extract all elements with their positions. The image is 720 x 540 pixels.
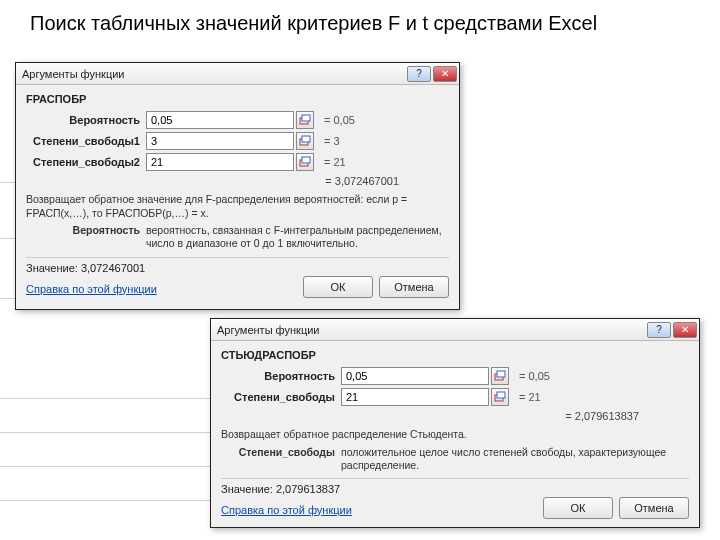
- arg-label: Степени_свободы2: [26, 156, 146, 168]
- arg-input-df[interactable]: [341, 388, 489, 406]
- cancel-button[interactable]: Отмена: [619, 497, 689, 519]
- arg-description-text: положительное целое число степеней свобо…: [341, 446, 689, 472]
- arg-row: Вероятность = 0,05: [221, 367, 689, 385]
- arg-input-df2[interactable]: [146, 153, 294, 171]
- function-name: FРАСПОБР: [26, 93, 449, 105]
- svg-rect-1: [302, 115, 310, 121]
- arg-eval: = 0,05: [519, 370, 550, 382]
- result-preview: = 3,072467001: [26, 175, 449, 187]
- arg-input-probability[interactable]: [341, 367, 489, 385]
- result-line: Значение: 3,072467001: [26, 262, 449, 274]
- arg-description-label: Степени_свободы: [221, 446, 341, 472]
- help-link[interactable]: Справка по этой функции: [26, 283, 157, 295]
- arg-description: Вероятность вероятность, связанная с F-и…: [26, 224, 449, 250]
- arg-label: Степени_свободы: [221, 391, 341, 403]
- arg-description-label: Вероятность: [26, 224, 146, 250]
- arg-eval: = 3: [324, 135, 340, 147]
- titlebar: Аргументы функции ? ✕: [16, 63, 459, 85]
- arg-eval: = 21: [324, 156, 346, 168]
- result-preview: = 2,079613837: [221, 410, 689, 422]
- function-name: СТЬЮДРАСПОБР: [221, 349, 689, 361]
- arg-row: Степени_свободы1 = 3: [26, 132, 449, 150]
- close-icon[interactable]: ✕: [673, 322, 697, 338]
- dialog-title: Аргументы функции: [22, 68, 125, 80]
- slide-title: Поиск табличных значений критериев F и t…: [30, 12, 597, 35]
- arg-label: Вероятность: [221, 370, 341, 382]
- arg-description-text: вероятность, связанная с F-интегральным …: [146, 224, 449, 250]
- range-picker-icon[interactable]: [491, 367, 509, 385]
- help-link[interactable]: Справка по этой функции: [221, 504, 352, 516]
- svg-rect-3: [302, 136, 310, 142]
- help-icon[interactable]: ?: [647, 322, 671, 338]
- range-picker-icon[interactable]: [296, 153, 314, 171]
- arg-eval: = 21: [519, 391, 541, 403]
- svg-rect-5: [302, 157, 310, 163]
- cancel-button[interactable]: Отмена: [379, 276, 449, 298]
- svg-rect-7: [497, 371, 505, 377]
- function-args-dialog-f: Аргументы функции ? ✕ FРАСПОБР Вероятнос…: [15, 62, 460, 310]
- arg-label: Вероятность: [26, 114, 146, 126]
- arg-label: Степени_свободы1: [26, 135, 146, 147]
- dialog-title: Аргументы функции: [217, 324, 320, 336]
- ok-button[interactable]: ОК: [303, 276, 373, 298]
- function-description: Возвращает обратное распределение Стьюде…: [221, 428, 689, 442]
- range-picker-icon[interactable]: [296, 132, 314, 150]
- result-line: Значение: 2,079613837: [221, 483, 689, 495]
- function-args-dialog-t: Аргументы функции ? ✕ СТЬЮДРАСПОБР Вероя…: [210, 318, 700, 528]
- titlebar: Аргументы функции ? ✕: [211, 319, 699, 341]
- arg-row: Степени_свободы = 21: [221, 388, 689, 406]
- ok-button[interactable]: ОК: [543, 497, 613, 519]
- arg-row: Вероятность = 0,05: [26, 111, 449, 129]
- svg-rect-9: [497, 392, 505, 398]
- arg-row: Степени_свободы2 = 21: [26, 153, 449, 171]
- arg-description: Степени_свободы положительное целое числ…: [221, 446, 689, 472]
- help-icon[interactable]: ?: [407, 66, 431, 82]
- close-icon[interactable]: ✕: [433, 66, 457, 82]
- range-picker-icon[interactable]: [491, 388, 509, 406]
- arg-eval: = 0,05: [324, 114, 355, 126]
- range-picker-icon[interactable]: [296, 111, 314, 129]
- function-description: Возвращает обратное значение для F-распр…: [26, 193, 449, 220]
- arg-input-probability[interactable]: [146, 111, 294, 129]
- arg-input-df1[interactable]: [146, 132, 294, 150]
